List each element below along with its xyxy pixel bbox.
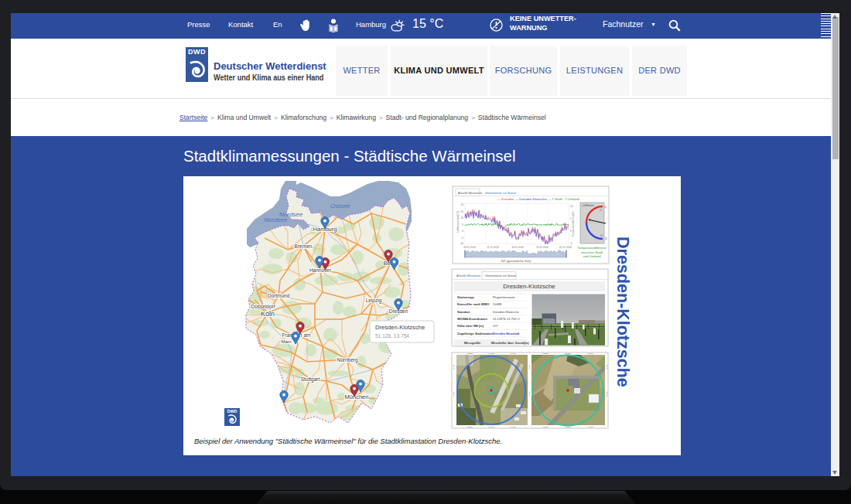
svg-text:227: 227 (493, 324, 498, 328)
svg-text:414500: 414500 (510, 426, 517, 428)
svg-text:413500: 413500 (467, 426, 473, 428)
svg-text:Köln: Köln (261, 310, 275, 318)
svg-text:414000: 414000 (565, 426, 572, 428)
svg-text:Standort: Standort (457, 310, 470, 314)
svg-text:Zugehörige Stadtstation: Zugehörige Stadtstation (457, 332, 494, 335)
svg-text:+10 Minuten: +10 Minuten (582, 204, 594, 207)
svg-text:5: 5 (462, 223, 463, 226)
svg-text:20: 20 (460, 203, 463, 206)
svg-text:Leipzig: Leipzig (366, 298, 382, 304)
svg-text:0: 0 (462, 230, 463, 233)
svg-text:56560: 56560 (528, 364, 531, 369)
svg-text:56555: 56555 (528, 391, 531, 397)
svg-text:Nürnberg: Nürnberg (337, 357, 357, 363)
svg-text:413500: 413500 (467, 352, 473, 355)
svg-text:Kennziffer nach WMO: Kennziffer nach WMO (457, 302, 489, 306)
svg-text:DWD: DWD (227, 409, 237, 414)
svg-text:Stuttgart: Stuttgart (301, 376, 320, 383)
svg-text:zwischen Stadt: zwischen Stadt (581, 250, 603, 254)
svg-text:Düsseldorf: Düsseldorf (251, 304, 275, 309)
svg-text:10: 10 (570, 205, 573, 208)
svg-text:-5: -5 (461, 237, 463, 240)
svg-text:414000: 414000 (488, 426, 495, 428)
svg-text:25.11.2016: 25.11.2016 (536, 246, 549, 249)
svg-text:16.11.2016: 16.11.2016 (511, 246, 524, 249)
svg-text:08.11.2016: 08.11.2016 (463, 246, 476, 249)
svg-text:Messgröße: Messgröße (464, 341, 481, 345)
svg-text:-10: -10 (460, 242, 463, 245)
svg-text:Messhöhe über Grund[m]: Messhöhe über Grund[m] (491, 341, 529, 345)
svg-text:-15: -15 (604, 237, 607, 240)
svg-text:Temperaturdifferenz(K): Temperaturdifferenz(K) (572, 211, 575, 237)
svg-text:Ostsee: Ostsee (330, 203, 350, 209)
svg-text:und Umland: und Umland (583, 254, 601, 258)
svg-text:— Dresden: — Dresden (497, 197, 514, 201)
svg-text:Dresden-Klotzsche: Dresden-Klotzsche (613, 237, 632, 387)
svg-text:Nordsee: Nordsee (264, 216, 288, 223)
svg-text:Dresden-Klotzsche: Dresden-Klotzsche (375, 324, 425, 331)
svg-text:Temperaturdifferenz: Temperaturdifferenz (577, 246, 606, 250)
svg-text:Beispiel der Anwendung "Städti: Beispiel der Anwendung "Städtische Wärme… (194, 437, 502, 445)
svg-text:10: 10 (460, 216, 463, 220)
svg-text:51.128°N 13.754°O: 51.128°N 13.754°O (493, 317, 520, 321)
svg-text:Aktuelle Messwerte: Aktuelle Messwerte (458, 192, 482, 195)
svg-text:— T-Stadt - T-Umland: — T-Stadt - T-Umland (548, 197, 579, 201)
svg-text:51.128, 13.754: 51.128, 13.754 (375, 333, 409, 339)
svg-text:-5: -5 (570, 242, 572, 245)
svg-text:10488: 10488 (493, 302, 502, 306)
svg-text:Höhe über NN [m]: Höhe über NN [m] (457, 324, 484, 328)
svg-text:GZ (gesetzliche Zeit): GZ (gesetzliche Zeit) (501, 259, 531, 263)
svg-text:Stationstyp: Stationstyp (457, 295, 474, 299)
svg-text:414000: 414000 (488, 352, 495, 355)
svg-text:413500: 413500 (542, 352, 549, 355)
svg-text:56560: 56560 (453, 364, 455, 369)
svg-text:414500: 414500 (587, 352, 594, 355)
svg-text:-10: -10 (600, 234, 603, 237)
svg-text:Informationen zur Station: Informationen zur Station (485, 192, 516, 195)
svg-text:Dresden-Klotzsche: Dresden-Klotzsche (493, 310, 520, 314)
svg-text:15: 15 (460, 210, 463, 213)
svg-text:Dresden-Klotzsche: Dresden-Klotzsche (503, 283, 555, 290)
svg-text:WGS84-Koordinaten: WGS84-Koordinaten (457, 317, 487, 321)
svg-text:Main: Main (281, 339, 291, 344)
svg-text:56560: 56560 (606, 364, 608, 369)
svg-text:413500: 413500 (542, 426, 549, 428)
svg-text:414500: 414500 (510, 352, 517, 355)
svg-text:02.12.2016: 02.12.2016 (559, 246, 572, 249)
svg-text:Bremen: Bremen (295, 243, 313, 249)
svg-text:Informationen zur Station: Informationen zur Station (485, 274, 516, 278)
svg-text:— Dresden-Klotzsche: — Dresden-Klotzsche (515, 197, 547, 201)
svg-text:Aktuelle Messwerte: Aktuelle Messwerte (456, 274, 480, 278)
svg-text:Flugwetterwarte: Flugwetterwarte (493, 295, 515, 299)
svg-text:München: München (345, 393, 369, 400)
svg-text:56555: 56555 (606, 391, 608, 397)
svg-text:11.11.2016: 11.11.2016 (487, 246, 499, 249)
svg-text:414000: 414000 (565, 352, 572, 355)
svg-text:414500: 414500 (587, 426, 594, 428)
svg-text:Hannover: Hannover (309, 267, 332, 273)
svg-text:Lufttemperatur(°C): Lufttemperatur(°C) (456, 211, 460, 233)
svg-text:56555: 56555 (453, 391, 455, 397)
svg-text:Dortmund: Dortmund (268, 293, 290, 298)
svg-text:Dresden-Neustadt: Dresden-Neustadt (493, 332, 520, 335)
